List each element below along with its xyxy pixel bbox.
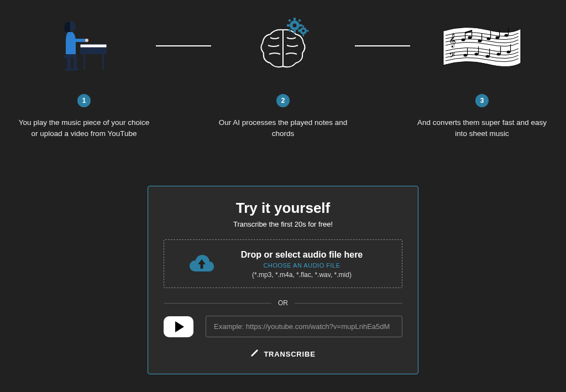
svg-rect-19	[288, 19, 291, 22]
step-text-3: And converts them super fast and easy in…	[410, 117, 554, 139]
svg-rect-17	[287, 24, 290, 27]
svg-rect-20	[298, 19, 301, 22]
svg-rect-50	[500, 46, 501, 54]
svg-point-14	[293, 24, 297, 28]
svg-rect-1	[80, 48, 107, 54]
svg-point-24	[302, 29, 305, 32]
try-subtitle: Transcribe the first 20s for free!	[164, 220, 402, 228]
step-text-2: Our AI processes the played notes and ch…	[211, 117, 355, 139]
transcribe-button[interactable]: TRANSCRIBE	[250, 349, 315, 359]
drop-headline: Drop or select audio file here	[227, 250, 376, 260]
svg-point-10	[66, 68, 72, 71]
youtube-url-input[interactable]	[206, 316, 402, 337]
or-divider: OR	[164, 299, 402, 307]
svg-point-45	[475, 53, 479, 56]
pencil-icon	[250, 349, 258, 359]
svg-rect-38	[490, 31, 491, 39]
step-badge-2: 2	[276, 94, 290, 107]
svg-rect-52	[510, 44, 511, 52]
svg-point-49	[497, 53, 501, 56]
steps-row: 1 You play the music piece of your choic…	[0, 0, 566, 139]
svg-rect-8	[75, 39, 87, 42]
step-1: 1 You play the music piece of your choic…	[12, 15, 156, 139]
svg-rect-28	[307, 30, 309, 32]
svg-rect-42	[508, 28, 509, 35]
svg-point-51	[507, 51, 511, 54]
svg-text:𝄞: 𝄞	[449, 33, 456, 48]
svg-point-11	[72, 68, 79, 71]
choose-audio-link[interactable]: CHOOSE AN AUDIO FILE	[227, 262, 376, 269]
file-types-label: (*.mp3, *.m4a, *.flac, *.wav, *.mid)	[227, 271, 376, 279]
svg-point-39	[496, 36, 500, 39]
svg-text:𝄢: 𝄢	[449, 51, 455, 62]
svg-rect-25	[302, 25, 304, 28]
svg-rect-27	[298, 30, 300, 32]
svg-rect-18	[300, 24, 302, 27]
ai-brain-illustration	[253, 15, 313, 76]
svg-point-41	[505, 34, 509, 37]
svg-rect-3	[102, 54, 104, 70]
cloud-upload-icon	[188, 254, 215, 275]
try-title: Try it yourself	[164, 200, 402, 217]
svg-rect-16	[294, 30, 296, 33]
svg-point-47	[486, 55, 490, 58]
piano-player-illustration	[54, 15, 114, 76]
audio-dropzone[interactable]: Drop or select audio file here CHOOSE AN…	[164, 239, 402, 288]
svg-point-37	[487, 38, 491, 40]
svg-rect-40	[499, 30, 500, 38]
svg-point-35	[478, 40, 482, 43]
svg-point-31	[462, 39, 465, 41]
svg-rect-21	[288, 29, 291, 32]
svg-point-9	[85, 39, 88, 42]
or-label: OR	[278, 299, 288, 307]
svg-rect-46	[478, 46, 479, 54]
step-3: 𝄞 𝄢 3 And converts t	[410, 15, 554, 139]
svg-rect-15	[294, 18, 296, 20]
connector-line	[355, 15, 410, 76]
svg-rect-44	[467, 48, 468, 55]
svg-rect-26	[302, 34, 304, 36]
svg-rect-36	[481, 33, 482, 41]
try-card: Try it yourself Transcribe the first 20s…	[148, 186, 418, 374]
svg-point-43	[464, 54, 468, 57]
svg-rect-0	[80, 44, 107, 48]
step-2: 2 Our AI processes the played notes and …	[211, 15, 355, 139]
step-badge-1: 1	[77, 94, 91, 107]
svg-point-33	[468, 36, 472, 39]
svg-rect-2	[83, 54, 85, 70]
youtube-icon	[164, 316, 193, 337]
sheet-music-illustration: 𝄞 𝄢	[438, 15, 526, 76]
step-text-1: You play the music piece of your choice …	[12, 117, 156, 139]
svg-rect-48	[489, 49, 490, 56]
step-badge-3: 3	[475, 94, 489, 107]
transcribe-label: TRANSCRIBE	[264, 350, 315, 358]
youtube-row	[164, 316, 402, 337]
connector-line	[156, 15, 211, 76]
